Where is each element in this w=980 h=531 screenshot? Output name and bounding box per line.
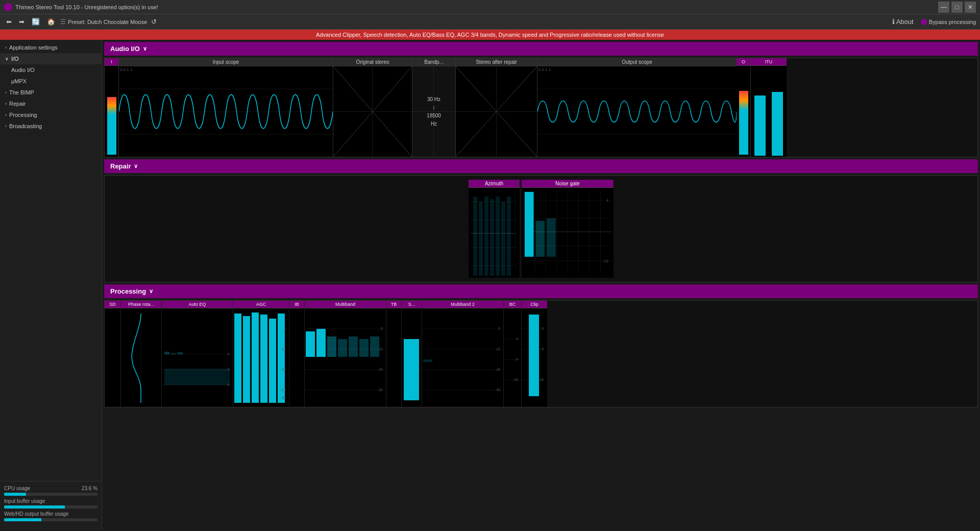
sidebar-item-io[interactable]: ∨ I/O bbox=[0, 53, 102, 64]
svg-rect-30 bbox=[490, 199, 494, 276]
proc-multiband-label: Multiband bbox=[305, 301, 386, 308]
svg-rect-72 bbox=[252, 312, 259, 403]
arrow-icon: › bbox=[5, 45, 7, 50]
svg-text:-18: -18 bbox=[513, 378, 518, 381]
minimize-button[interactable]: — bbox=[938, 2, 949, 13]
vu-left-label: I bbox=[105, 58, 118, 66]
svg-text:-6: -6 bbox=[227, 383, 230, 387]
sidebar-item-app-settings[interactable]: › Application settings bbox=[0, 42, 102, 53]
vu-left-section: I bbox=[105, 58, 119, 157]
sidebar-item-repair[interactable]: › Repair bbox=[0, 98, 102, 109]
svg-rect-89 bbox=[338, 339, 347, 357]
output-scope-canvas: 0.0 1 1 bbox=[537, 66, 737, 157]
proc-panel-clip: Clip 3 -9 -18 bbox=[522, 301, 547, 407]
audio-io-section-header[interactable]: Audio I/O ∨ bbox=[104, 42, 978, 56]
home-button[interactable]: 🏠 bbox=[45, 17, 57, 27]
chevron-icon: ∨ bbox=[134, 163, 138, 170]
toolbar-right: ℹ About Bypass processing bbox=[890, 17, 976, 27]
proc-panel-multiband: Multiband bbox=[305, 301, 386, 407]
input-buffer-bar bbox=[4, 505, 97, 509]
repair-panels: Azimuth bbox=[469, 180, 614, 278]
repair-content: Azimuth bbox=[104, 175, 978, 282]
proc-ib-content bbox=[289, 308, 304, 407]
svg-rect-71 bbox=[243, 316, 250, 403]
sidebar-item-audio-io[interactable]: Audio I/O bbox=[0, 64, 102, 76]
input-scope-canvas: 0.0 1 1 bbox=[119, 66, 333, 157]
preset-area: ☰ Preset: Dutch Chocolate Moose ↺ bbox=[60, 17, 159, 27]
svg-rect-48 bbox=[535, 221, 545, 257]
proc-panel-tb: TB bbox=[386, 301, 402, 407]
reset-preset-button[interactable]: ↺ bbox=[149, 17, 159, 27]
titlebar-title: Thimeo Stereo Tool 10.10 - Unregistered … bbox=[15, 4, 158, 10]
svg-text:-12: -12 bbox=[495, 347, 500, 351]
sidebar-item-broadcasting[interactable]: › Broadcasting bbox=[0, 120, 102, 132]
nav-forward-button[interactable]: ➡ bbox=[17, 17, 27, 27]
content-area: Audio I/O ∨ I Input scope bbox=[102, 40, 980, 530]
svg-text:6: 6 bbox=[381, 327, 383, 330]
vu-right-bars bbox=[737, 66, 750, 157]
nav-back-button[interactable]: ⬅ bbox=[4, 17, 14, 27]
sidebar: › Application settings ∨ I/O Audio I/O μ… bbox=[0, 40, 102, 530]
svg-rect-90 bbox=[349, 336, 358, 357]
proc-sd-label: SD bbox=[105, 301, 120, 308]
titlebar-controls: — □ ✕ bbox=[938, 2, 976, 13]
proc-panel-ib: IB bbox=[289, 301, 305, 407]
bypass-button[interactable]: Bypass processing bbox=[921, 19, 976, 25]
proc-panel-sd: SD bbox=[105, 301, 121, 407]
vu-right-section: O bbox=[737, 58, 751, 157]
azimuth-label: Azimuth bbox=[469, 180, 520, 188]
svg-rect-29 bbox=[484, 197, 488, 276]
svg-text:4: 4 bbox=[606, 198, 609, 203]
cpu-progress-bar bbox=[4, 493, 97, 496]
processing-section-header[interactable]: Processing ∨ bbox=[104, 284, 978, 298]
info-icon: ℹ bbox=[892, 18, 895, 26]
proc-phase-label: Phase rota... bbox=[121, 301, 161, 308]
sidebar-item-bimp[interactable]: › The BIMP bbox=[0, 87, 102, 98]
itu-bar-r bbox=[772, 92, 783, 156]
arrow-icon: › bbox=[5, 101, 7, 106]
stereo-repair-label: Stereo after repair bbox=[456, 58, 537, 66]
arrow-icon: ∨ bbox=[5, 56, 9, 61]
refresh-button[interactable]: 🔄 bbox=[30, 17, 42, 27]
output-scope-label: Output scope bbox=[537, 58, 737, 66]
proc-multiband-content: 6 -12 -18 -30 bbox=[305, 308, 386, 407]
svg-text:0: 0 bbox=[228, 368, 230, 371]
warning-banner: Advanced Clipper, Speech detection, Auto… bbox=[0, 30, 980, 40]
itu-bar-l bbox=[754, 95, 766, 156]
proc-tb-label: TB bbox=[386, 301, 401, 308]
svg-rect-61 bbox=[164, 369, 230, 385]
svg-rect-33 bbox=[507, 197, 511, 276]
original-stereo-panel: Original stereo bbox=[333, 58, 412, 157]
sidebar-item-umpx[interactable]: μMPX bbox=[0, 76, 102, 87]
close-button[interactable]: ✕ bbox=[965, 2, 976, 13]
svg-rect-70 bbox=[234, 313, 241, 403]
proc-multiband2-content: 6 -12 -18 -30 bbox=[422, 308, 503, 407]
proc-s-content bbox=[402, 308, 422, 407]
svg-text:-18: -18 bbox=[538, 378, 544, 381]
cpu-fill bbox=[4, 493, 26, 496]
proc-panel-phase-rota: Phase rota... bbox=[121, 301, 162, 407]
about-button[interactable]: ℹ About bbox=[890, 17, 916, 27]
svg-text:-30: -30 bbox=[495, 388, 500, 392]
svg-rect-101 bbox=[422, 308, 503, 403]
svg-rect-106 bbox=[423, 359, 432, 362]
titlebar-left: Thimeo Stereo Tool 10.10 - Unregistered … bbox=[4, 3, 158, 11]
repair-section-header[interactable]: Repair ∨ bbox=[104, 159, 978, 173]
svg-text:6: 6 bbox=[498, 327, 500, 330]
svg-text:-30: -30 bbox=[378, 388, 383, 392]
sidebar-item-processing[interactable]: › Processing bbox=[0, 109, 102, 120]
proc-panel-bc: BC 3 -9 -18 bbox=[504, 301, 522, 407]
itu-bars-area bbox=[751, 66, 787, 157]
svg-rect-54 bbox=[162, 308, 232, 403]
svg-text:3: 3 bbox=[516, 337, 518, 341]
bypass-indicator bbox=[921, 19, 927, 25]
main-layout: › Application settings ∨ I/O Audio I/O μ… bbox=[0, 40, 980, 530]
maximize-button[interactable]: □ bbox=[951, 2, 963, 13]
azimuth-panel: Azimuth bbox=[469, 180, 520, 278]
proc-clip-content: 3 -9 -18 bbox=[522, 308, 547, 407]
bandpass-text: 30 Hz ↕ 18500 Hz bbox=[423, 95, 445, 128]
svg-text:-18: -18 bbox=[378, 368, 383, 371]
svg-text:-12: -12 bbox=[603, 259, 608, 263]
noise-gate-panel: Noise gate bbox=[522, 180, 614, 278]
svg-text:-18: -18 bbox=[281, 368, 286, 371]
